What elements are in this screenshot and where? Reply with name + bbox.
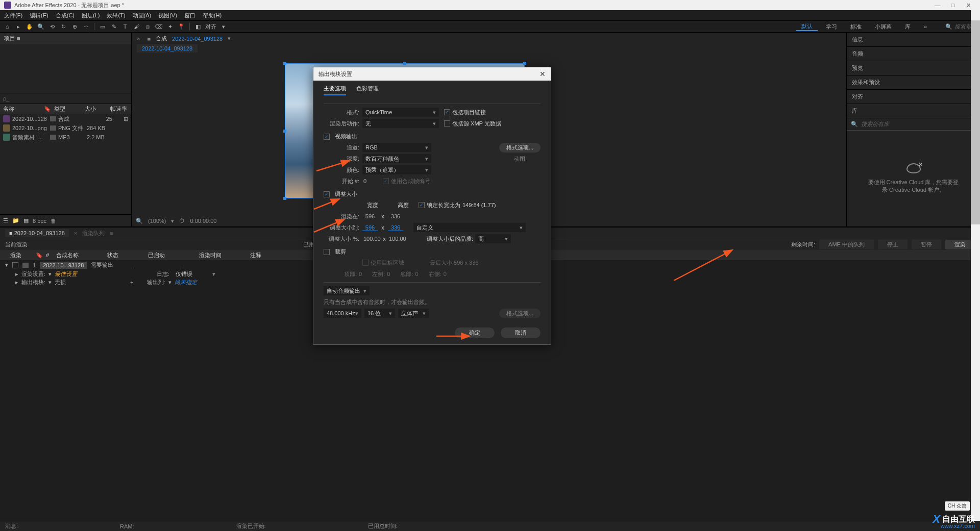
pause-button[interactable]: 暂停 [912,240,941,249]
channels-dropdown[interactable]: 立体声▾ [398,309,429,318]
project-item[interactable]: 2022-10...png PNG 文件 284 KB [0,123,131,133]
text-tool-icon[interactable]: T [121,22,129,31]
col-tag-icon[interactable]: 🔖 [41,106,51,112]
maximize-button[interactable]: □ [945,2,961,8]
close-icon[interactable]: ✕ [918,161,923,168]
include-xmp-checkbox[interactable] [444,120,450,127]
resize-checkbox[interactable] [324,191,330,197]
roto-tool-icon[interactable]: ✦ [166,22,174,31]
resize-preset-dropdown[interactable]: 自定义▾ [413,223,526,232]
zoom-tool-icon[interactable]: 🔍 [37,22,45,31]
postrender-dropdown[interactable]: 无▾ [362,119,439,128]
col-fps[interactable]: 帧速率 [107,105,130,113]
new-folder-icon[interactable]: 📁 [12,217,19,224]
sample-rate-dropdown[interactable]: 48.000 kHz▾ [324,309,361,318]
use-comp-frame-checkbox[interactable] [383,178,389,184]
ame-queue-button[interactable]: AME 中的队列 [819,240,874,249]
menu-layer[interactable]: 图层(L) [82,12,100,19]
menu-composition[interactable]: 合成(C) [56,12,75,19]
workspace-small[interactable]: 小屏幕 [870,23,897,31]
twirl-icon[interactable]: ▸ [15,279,18,286]
workspace-standard[interactable]: 标准 [845,23,867,31]
depth-dropdown[interactable]: 数百万种颜色▾ [362,154,431,163]
menu-animation[interactable]: 动画(A) [133,12,152,19]
tab-color-management[interactable]: 色彩管理 [356,85,379,95]
render-checkbox[interactable] [12,262,18,268]
workspace-learn[interactable]: 学习 [821,23,842,31]
close-tab-icon[interactable]: × [137,36,140,42]
stop-button[interactable]: 停止 [878,240,908,249]
comp-tab-name[interactable]: 2022-10-04_093128 [172,36,223,42]
render-settings-dropdown-icon[interactable]: ▾ [48,271,52,277]
pen-tool-icon[interactable]: ✎ [110,22,118,31]
format-dropdown[interactable]: QuickTime▾ [362,108,439,117]
lock-aspect-checkbox[interactable] [419,202,425,208]
orbit-tool-icon[interactable]: ⟲ [48,22,56,31]
color-dropdown[interactable]: 预乘（遮罩）▾ [362,165,431,174]
render-settings-link[interactable]: 最佳设置 [55,270,77,278]
hand-tool-icon[interactable]: ✋ [26,22,34,31]
camera-tool-icon[interactable]: ⊕ [70,22,79,31]
crop-checkbox[interactable] [324,249,330,255]
tab-main-options[interactable]: 主要选项 [324,85,346,95]
format-options-button[interactable]: 格式选项... [499,143,541,153]
output-to-link[interactable]: 尚未指定 [175,279,197,286]
audio-output-dropdown[interactable]: 自动音频输出▾ [324,286,370,295]
rect-tool-icon[interactable]: ▭ [99,22,107,31]
interpret-icon[interactable]: ☰ [3,217,8,224]
video-output-checkbox[interactable] [324,134,330,140]
output-to-dropdown-icon[interactable]: ▾ [168,279,172,286]
bit-depth-dropdown[interactable]: 16 位▾ [364,309,395,318]
audio-format-options-button[interactable]: 格式选项... [499,309,541,318]
project-panel-tab[interactable]: 项目 ≡ [0,33,131,44]
brush-tool-icon[interactable]: 🖌 [132,22,140,31]
project-item[interactable]: 2022-10...128 合成 25 ⊞ [0,114,131,123]
rotate-tool-icon[interactable]: ↻ [59,22,67,31]
anchor-tool-icon[interactable]: ⊹ [82,22,90,31]
timeline-tab-rq[interactable]: 渲染队列 [82,230,105,237]
new-comp-icon[interactable]: ▦ [23,217,29,224]
menu-file[interactable]: 文件(F) [4,12,22,19]
col-type[interactable]: 类型 [51,105,82,113]
tab-close-icon[interactable]: × [74,230,77,236]
panel-preview[interactable]: 预览 [847,61,980,75]
close-button[interactable]: ✕ [961,2,976,9]
minimize-button[interactable]: — [930,2,945,8]
col-size[interactable]: 大小 [82,105,107,113]
menu-edit[interactable]: 编辑(E) [30,12,48,19]
current-time[interactable]: 0:00:00:00 [190,218,216,224]
resolution-dropdown[interactable]: ▾ [171,218,174,224]
output-module-dropdown-icon[interactable]: ▾ [48,279,52,286]
resize-w-input[interactable]: 596 [362,224,378,231]
log-dropdown[interactable]: 仅错误▾ [173,269,218,279]
workspace-more-icon[interactable]: » [919,23,932,30]
dialog-close-button[interactable]: ✕ [540,70,546,78]
trash-icon[interactable]: 🗑 [51,218,56,224]
panel-info[interactable]: 信息 [847,33,980,47]
timeline-tab-comp[interactable]: ■ 2022-10-04_093128 [5,229,69,237]
menu-window[interactable]: 窗口 [184,12,195,19]
library-search[interactable]: 🔍 搜索所有库 [847,118,980,131]
panel-align[interactable]: 对齐 [847,90,980,104]
menu-view[interactable]: 视图(V) [158,12,177,19]
include-link-checkbox[interactable] [444,109,450,115]
panel-effects[interactable]: 效果和预设 [847,75,980,90]
col-name[interactable]: 名称 [0,105,41,113]
workspace-library[interactable]: 库 [900,23,916,31]
twirl-icon[interactable]: ▾ [5,262,8,268]
bpc-toggle[interactable]: 8 bpc [33,218,46,224]
label-swatch[interactable] [22,263,29,268]
channel-dropdown[interactable]: RGB▾ [362,143,431,152]
home-icon[interactable]: ⌂ [3,22,11,31]
stamp-tool-icon[interactable]: ⧈ [143,22,152,31]
zoom-value[interactable]: (100%) [148,218,166,224]
panel-library[interactable]: 库 [847,104,980,118]
magnify-icon[interactable]: 🔍 [136,218,143,224]
workspace-default[interactable]: 默认 [796,22,818,31]
ok-button[interactable]: 确定 [455,327,495,338]
dialog-titlebar[interactable]: 输出模块设置 ✕ [313,67,551,81]
puppet-tool-icon[interactable]: 📍 [177,22,185,31]
project-search[interactable]: ρ_ [0,93,131,104]
selection-tool-icon[interactable]: ▸ [14,22,22,31]
cancel-button[interactable]: 取消 [501,327,541,338]
